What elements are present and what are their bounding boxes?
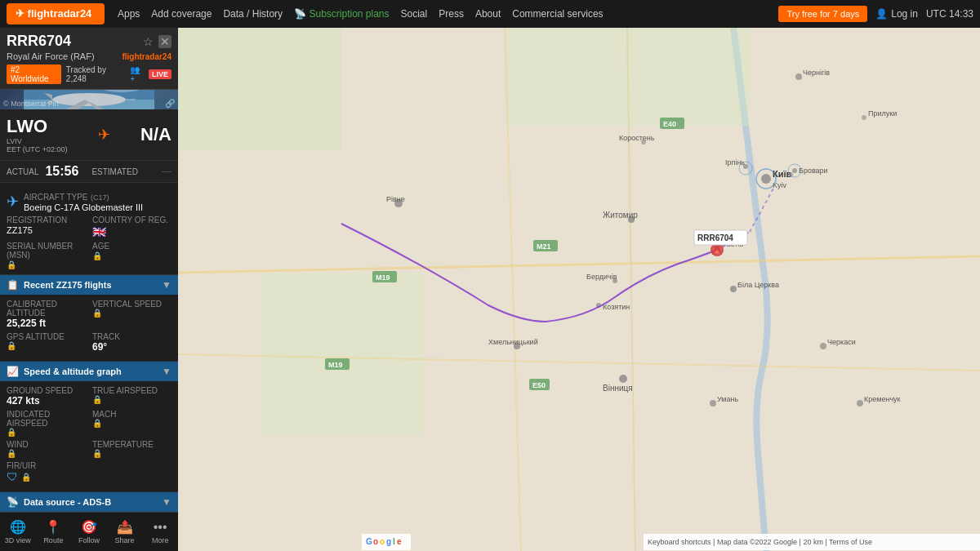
true-airspeed-label: TRUE AIRSPEED (92, 386, 172, 395)
map-area[interactable]: Київ Kyiv Бровари Ірпінь Житомир Рівне Б… (178, 28, 980, 551)
logo[interactable]: ✈ flightradar24 (7, 3, 105, 24)
nav-about[interactable]: About (475, 8, 501, 20)
user-icon: 👤 (875, 8, 888, 20)
svg-text:g: g (386, 537, 391, 546)
aircraft-type-label: AIRCRAFT TYPE (24, 193, 88, 202)
data-source-header[interactable]: 📡 Data source - ADS-B ▼ (0, 492, 178, 512)
nav-press[interactable]: Press (439, 8, 464, 20)
follow-label: Follow (78, 536, 100, 544)
time-collapse-icon[interactable]: — (162, 166, 172, 177)
share-button[interactable]: 📤 Share (107, 516, 143, 548)
logo-image: ✈ flightradar24 (7, 3, 105, 24)
country-label: COUNTRY OF REG. (92, 216, 172, 224)
svg-text:М19: М19 (376, 273, 390, 282)
true-airspeed-col: TRUE AIRSPEED 🔒 (92, 386, 172, 407)
3d-view-label: 3D view (5, 536, 31, 544)
nav-right: Try free for 7 days 👤 Log in UTC 14:33 (778, 6, 973, 22)
favorite-icon[interactable]: ☆ (143, 35, 154, 48)
nav-data[interactable]: Data / History (223, 8, 283, 20)
more-label: More (152, 536, 169, 544)
svg-point-17 (761, 174, 771, 184)
route-icon: 📍 (45, 519, 61, 535)
mach-col: MACH 🔒 (92, 410, 172, 437)
svg-point-51 (857, 400, 863, 407)
recent-flights-chevron: ▼ (162, 279, 172, 291)
origin-info: LWO LVIV EET (UTC +02:00) (7, 116, 68, 153)
svg-text:Чернігів: Чернігів (803, 69, 830, 77)
speed-graph-header[interactable]: 📈 Speed & altitude graph ▼ (0, 362, 178, 381)
svg-rect-16 (260, 273, 423, 436)
svg-text:Умань: Умань (717, 395, 738, 403)
login-button[interactable]: 👤 Log in (875, 8, 918, 20)
svg-text:Черкаси: Черкаси (827, 338, 856, 346)
dest-info: N/A (140, 124, 172, 145)
3d-view-icon: 🌐 (10, 519, 26, 535)
mach-lock-icon: 🔒 (92, 419, 172, 428)
gps-alt-label: GPS ALTITUDE (7, 332, 86, 341)
share-icon: 📤 (117, 519, 133, 535)
svg-text:Рівне: Рівне (386, 195, 405, 203)
3d-view-button[interactable]: 🌐 3D view (0, 516, 36, 548)
svg-text:✈ flightradar24: ✈ flightradar24 (16, 7, 92, 20)
route-section: LWO LVIV EET (UTC +02:00) ✈ N/A (0, 109, 178, 161)
registration-col: REGISTRATION ZZ175 (7, 216, 86, 238)
recent-flights-label: 📋 Recent ZZ175 flights (7, 279, 112, 291)
more-button[interactable]: ••• More (142, 516, 178, 548)
calibrated-alt-col: CALIBRATED ALTITUDE 25,225 ft (7, 300, 86, 329)
altitude-data: CALIBRATED ALTITUDE 25,225 ft VERTICAL S… (0, 295, 178, 362)
wind-lock-icon: 🔒 (7, 449, 86, 458)
svg-text:RRR6704: RRR6704 (697, 233, 733, 242)
nav-social[interactable]: Social (401, 8, 428, 20)
close-icon[interactable]: ✕ (158, 35, 172, 48)
follow-button[interactable]: 🎯 Follow (71, 516, 107, 548)
fir-label: FIR/UIR (7, 461, 172, 470)
indicated-lock-icon: 🔒 (7, 428, 86, 437)
utc-time: UTC 14:33 (926, 8, 973, 20)
try-free-button[interactable]: Try free for 7 days (778, 6, 867, 22)
svg-point-44 (862, 115, 866, 120)
main-layout: RRR6704 ☆ ✕ Royal Air Force (RAF) flight… (0, 28, 980, 551)
fir-icon: 🛡 (7, 470, 18, 483)
svg-text:e: e (397, 537, 402, 546)
flight-header-icons: ☆ ✕ (143, 35, 172, 48)
svg-point-20 (792, 168, 797, 173)
mach-label: MACH (92, 410, 172, 419)
nav-apps[interactable]: Apps (118, 8, 140, 20)
image-link[interactable]: 🔗 (165, 99, 175, 108)
svg-text:l: l (393, 537, 395, 546)
track-col: TRACK 69° (92, 332, 172, 353)
add-icon[interactable]: 👥+ (130, 65, 144, 83)
aircraft-type-details: AIRCRAFT TYPE (C17) Boeing C-17A Globema… (24, 191, 143, 212)
aircraft-type-row: ✈ AIRCRAFT TYPE (C17) Boeing C-17A Globe… (7, 191, 172, 212)
nav-commercial[interactable]: Commercial services (512, 8, 603, 20)
altitude-row: CALIBRATED ALTITUDE 25,225 ft VERTICAL S… (7, 300, 172, 329)
recent-flights-header[interactable]: 📋 Recent ZZ175 flights ▼ (0, 275, 178, 295)
svg-text:o: o (373, 537, 378, 546)
flight-header-top: RRR6704 ☆ ✕ (7, 33, 172, 50)
svg-text:Прилуки: Прилуки (868, 109, 897, 118)
nav-coverage[interactable]: Add coverage (151, 8, 212, 20)
wind-col: WIND 🔒 (7, 440, 86, 458)
fir-row: FIR/UIR 🛡 🔒 (7, 461, 172, 483)
route-button[interactable]: 📍 Route (36, 516, 72, 548)
gps-alt-col: GPS ALTITUDE 🔒 (7, 332, 86, 353)
calibrated-alt-value: 25,225 ft (7, 318, 86, 329)
serial-age-row: SERIAL NUMBER (MSN) 🔒 AGE 🔒 (7, 242, 172, 269)
registration-row: REGISTRATION ZZ175 COUNTRY OF REG. 🇬🇧 (7, 216, 172, 238)
svg-text:G: G (366, 537, 372, 546)
aircraft-type-code: (C17) (91, 193, 109, 202)
aircraft-icon: ✈ (7, 193, 19, 211)
temp-col: TEMPERATURE 🔒 (92, 440, 172, 458)
registration-label: REGISTRATION (7, 216, 86, 224)
speed-graph-label: 📈 Speed & altitude graph (7, 366, 122, 377)
origin-time: EET (UTC +02:00) (7, 145, 68, 153)
fr24-logo-small: flightradar24 (122, 52, 172, 61)
ground-speed-value: 427 kts (7, 395, 86, 407)
aircraft-info: ✈ AIRCRAFT TYPE (C17) Boeing C-17A Globe… (0, 183, 178, 275)
indicated-label: INDICATED AIRSPEED (7, 410, 86, 428)
nav-subscription[interactable]: 📡 Subscription plans (294, 8, 389, 20)
badge-row: #2 Worldwide Tracked by 2,248 👥+ LIVE (7, 64, 172, 84)
image-credit: © Montserrat Pin (3, 100, 59, 108)
speed-data: GROUND SPEED 427 kts TRUE AIRSPEED 🔒 IND… (0, 381, 178, 492)
fir-col: FIR/UIR 🛡 🔒 (7, 461, 172, 483)
